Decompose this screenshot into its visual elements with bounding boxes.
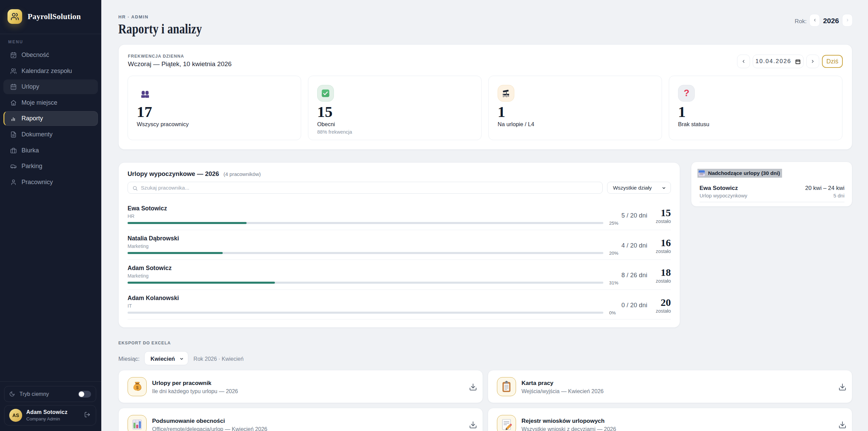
svg-text:?: ?	[683, 89, 689, 98]
svg-text:$: $	[136, 385, 138, 390]
